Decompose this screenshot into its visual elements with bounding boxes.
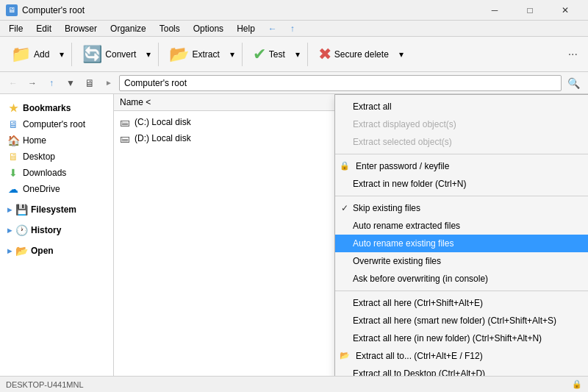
close-button[interactable]: ✕ [548,0,582,21]
menu-item-extract-all-new[interactable]: Extract all here (in new folder) (Ctrl+S… [335,329,588,347]
sidebar-downloads-label: Downloads [23,168,66,178]
menu-item-overwrite-existing[interactable]: Overwrite existing files [335,252,588,270]
sidebar-history-group[interactable]: ▶ 🕐 History [0,221,113,238]
convert-button[interactable]: 🔄 Convert [76,40,143,68]
nav-back-button[interactable]: ← [4,74,22,92]
sidebar-open-label: Open [31,246,54,256]
history-icon: 🕐 [15,224,27,236]
sidebar-item-computer-root[interactable]: 🖥 Computer's root [0,116,113,132]
sidebar-item-home[interactable]: 🏠 Home [0,132,113,149]
nav-forward-button[interactable]: → [24,74,41,92]
history-triangle-icon: ▶ [7,227,12,234]
sidebar-open-group[interactable]: ▶ 📂 Open [0,241,113,259]
nav-up-button[interactable]: ↑ [43,74,60,92]
app-icon: 🖥 [6,4,18,16]
filesystem-icon: 💾 [15,204,27,215]
menu-options[interactable]: Options [187,22,229,35]
sidebar-item-downloads[interactable]: ⬇ Downloads [0,165,113,181]
menu-browser[interactable]: Browser [59,22,103,35]
status-lock-icon: 🔒 [572,379,582,389]
convert-label: Convert [105,49,136,60]
menu-item-label-extract-new-folder: Extract in new folder (Ctrl+N) [353,179,466,189]
extract-icon: 📂 [169,45,189,64]
breadcrumb: Computer's root [119,75,562,91]
status-bar: DESKTOP-U441MNL 🔒 [0,376,588,392]
sidebar-filesystem-group[interactable]: ▶ 💾 Filesystem [0,200,113,218]
nav-computer-button[interactable]: 🖥 [81,74,98,92]
test-button[interactable]: ✔ Test [246,40,292,68]
sidebar: ★ Bookmarks 🖥 Computer's root 🏠 Home 🖥 D… [0,94,114,376]
search-button[interactable]: 🔍 [563,74,584,92]
menu-item-extract-all-here[interactable]: Extract all here (Ctrl+Shift+Alt+E) [335,294,588,312]
menu-item-ask-before[interactable]: Ask before overwriting (in console) [335,270,588,288]
nav-history-button[interactable]: ▼ [62,74,79,92]
menu-back-arrow[interactable]: ← [262,22,283,35]
secure-delete-dropdown-arrow[interactable]: ▾ [395,40,407,68]
secure-delete-button[interactable]: ✖ Secure delete [312,40,395,68]
menu-sep-3 [335,154,588,154]
open-triangle-icon: ▶ [7,248,12,254]
file-panel: Name < Filesystem 🖴 (C:) Local disk NTFS… [114,94,588,376]
menu-item-label-ask-before: Ask before overwriting (in console) [353,274,488,284]
extract-dropdown-arrow[interactable]: ▾ [226,40,238,68]
menu-item-auto-rename-extracted[interactable]: Auto rename extracted files [335,217,588,235]
title-bar-controls: ─ □ ✕ [478,0,582,21]
menu-item-label-extract-all-here: Extract all here (Ctrl+Shift+Alt+E) [353,298,483,308]
menu-item-label-extract-all-new: Extract all here (in new folder) (Ctrl+S… [353,333,542,343]
menu-item-extract-displayed: Extract displayed object(s) [335,115,588,133]
sidebar-computer-root-label: Computer's root [23,119,85,129]
menu-item-label-extract-all: Extract all [353,101,392,112]
menu-item-label-auto-rename-existing: Auto rename existing files [353,238,453,249]
menu-item-skip-existing[interactable]: Skip existing files [335,199,588,217]
sidebar-history-section: ▶ 🕐 History [0,221,113,238]
menu-item-enter-password[interactable]: 🔒Enter password / keyfile [335,157,588,175]
menu-sep-6 [335,196,588,196]
menu-help[interactable]: Help [231,22,261,35]
sidebar-bookmarks-group[interactable]: ★ Bookmarks [0,99,113,116]
dropdown-menu: Extract allExtract displayed object(s)Ex… [334,94,588,376]
open-icon: 📂 [15,245,27,257]
menu-file[interactable]: File [3,22,29,35]
convert-dropdown-arrow[interactable]: ▾ [143,40,154,68]
menu-item-extract-to[interactable]: 📂Extract all to... (Ctrl+Alt+E / F12) [335,347,588,365]
sidebar-history-label: History [31,225,61,235]
test-dropdown-arrow[interactable]: ▾ [292,40,304,68]
menu-item-extract-all-smart[interactable]: Extract all here (smart new folder) (Ctr… [335,312,588,329]
add-icon: 📁 [11,45,31,64]
menu-edit[interactable]: Edit [30,22,57,35]
menu-item-label-enter-password: Enter password / keyfile [356,161,449,171]
toolbar: 📁 Add ▾ 🔄 Convert ▾ 📂 Extract ▾ ✔ Test ▾… [0,37,588,72]
dropdown-overlay: Extract allExtract displayed object(s)Ex… [114,94,588,376]
add-toolbar-group: 📁 Add ▾ [4,40,68,68]
sidebar-item-desktop[interactable]: 🖥 Desktop [0,149,113,165]
sidebar-item-onedrive[interactable]: ☁ OneDrive [0,181,113,197]
delete-icon: ✖ [318,45,331,64]
breadcrumb-text: Computer's root [124,78,187,88]
extract-toolbar-group: 📂 Extract ▾ [162,40,237,68]
add-dropdown-arrow[interactable]: ▾ [56,40,68,68]
sidebar-filesystem-label: Filesystem [31,204,76,215]
menu-item-extract-desktop[interactable]: Extract all to Desktop (Ctrl+Alt+D) [335,365,588,376]
secure-delete-toolbar-group: ✖ Secure delete ▾ [312,40,407,68]
sep2 [158,43,159,66]
menu-item-extract-new-folder[interactable]: Extract in new folder (Ctrl+N) [335,175,588,193]
sep1 [71,43,72,66]
window-title: Computer's root [22,5,85,15]
add-button[interactable]: 📁 Add [4,40,56,68]
menu-item-label-extract-to: Extract all to... (Ctrl+Alt+E / F12) [356,351,483,361]
menu-item-label-overwrite-existing: Overwrite existing files [353,256,441,266]
menu-organize[interactable]: Organize [104,22,152,35]
menu-up-arrow[interactable]: ↑ [284,22,301,35]
maximize-button[interactable]: □ [513,0,547,21]
minimize-button[interactable]: ─ [478,0,512,21]
menu-item-label-extract-displayed: Extract displayed object(s) [353,119,456,129]
sidebar-bookmarks-section: ★ Bookmarks 🖥 Computer's root 🏠 Home 🖥 D… [0,99,113,197]
nav-breadcrumb-sep: ► [100,74,118,92]
menu-item-label-extract-all-smart: Extract all here (smart new folder) (Ctr… [353,316,556,326]
test-label: Test [269,49,285,60]
toolbar-more-button[interactable]: ··· [562,40,584,68]
menu-item-auto-rename-existing[interactable]: Auto rename existing files [335,235,588,252]
extract-button[interactable]: 📂 Extract [162,40,226,68]
menu-tools[interactable]: Tools [154,22,186,35]
menu-item-extract-all[interactable]: Extract all [335,98,588,115]
